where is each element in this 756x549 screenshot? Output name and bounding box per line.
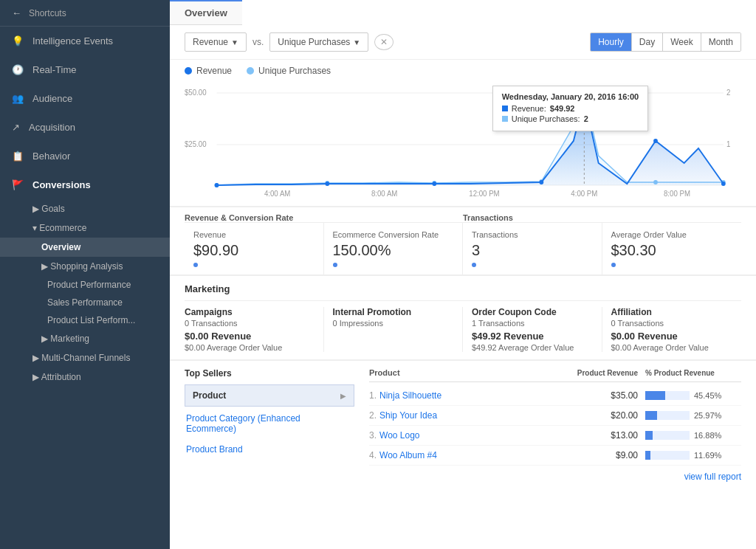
revenue-cell-2: $20.00 bbox=[571, 410, 645, 421]
audience-icon: 👥 bbox=[12, 93, 24, 104]
sidebar-sub-product-perf[interactable]: Product Performance bbox=[0, 276, 170, 294]
mkt-coupon-val1: $49.92 Revenue bbox=[472, 331, 593, 342]
stats-section-titles: Revenue & Conversion Rate Transactions bbox=[170, 206, 756, 222]
product-link-2[interactable]: Ship Your Idea bbox=[379, 410, 437, 421]
bar-fill-4 bbox=[645, 451, 650, 460]
chart-tooltip: Wednesday, January 20, 2016 16:00 Revenu… bbox=[492, 86, 648, 131]
mkt-coupon: Order Coupon Code 1 Transactions $49.92 … bbox=[463, 307, 602, 352]
pct-3: 16.88% bbox=[694, 431, 721, 440]
mkt-coupon-val2: $49.92 Average Order Value bbox=[472, 343, 593, 352]
shortcuts-item[interactable]: ← Shortcuts bbox=[0, 0, 170, 27]
svg-point-19 bbox=[539, 180, 543, 184]
mkt-affiliation-sub: 0 Transactions bbox=[611, 319, 733, 328]
sidebar-item-audience[interactable]: 👥 Audience bbox=[0, 84, 170, 113]
conversions-icon: 🚩 bbox=[12, 179, 24, 190]
mkt-campaigns-label: Campaigns bbox=[185, 307, 315, 317]
bar-cell-1: 45.45% bbox=[645, 391, 741, 400]
sidebar-sub-shopping[interactable]: ▶ Shopping Analysis bbox=[0, 257, 170, 276]
bar-cell-4: 11.69% bbox=[645, 451, 741, 460]
stat-conversion-dot bbox=[333, 263, 337, 267]
seller-link-category[interactable]: Product Category (Enhanced Ecommerce) bbox=[185, 408, 354, 439]
metric2-dropdown[interactable]: Unique Purchases ▼ bbox=[269, 32, 368, 52]
time-week-button[interactable]: Week bbox=[663, 33, 701, 51]
bar-bg-3 bbox=[645, 431, 690, 440]
sidebar: ← Shortcuts 💡 Intelligence Events 🕐 Real… bbox=[0, 0, 170, 549]
stat-avg-order: Average Order Value $30.30 bbox=[602, 223, 742, 274]
product-link-1[interactable]: Ninja Silhouette bbox=[379, 390, 441, 401]
sidebar-sub-multi[interactable]: ▶ Multi-Channel Funnels bbox=[0, 348, 170, 367]
controls-left: Revenue ▼ vs. Unique Purchases ▼ ✕ bbox=[185, 32, 394, 52]
seller-item-product[interactable]: Product ▶ bbox=[185, 384, 354, 407]
sidebar-item-conversions[interactable]: 🚩 Conversions bbox=[0, 170, 170, 199]
sidebar-sub-marketing[interactable]: ▶ Marketing bbox=[0, 329, 170, 348]
svg-text:$50.00: $50.00 bbox=[185, 89, 207, 97]
sidebar-item-realtime[interactable]: 🕐 Real-Time bbox=[0, 55, 170, 84]
revenue-dot bbox=[185, 67, 192, 75]
bottom-section: Top Sellers Product ▶ Product Category (… bbox=[170, 359, 756, 495]
sidebar-item-behavior[interactable]: 📋 Behavior bbox=[0, 142, 170, 170]
svg-point-16 bbox=[215, 183, 219, 187]
behavior-icon: 📋 bbox=[12, 151, 24, 162]
bar-fill-3 bbox=[645, 431, 653, 440]
sidebar-sub-ecommerce[interactable]: ▾ Ecommerce bbox=[0, 218, 170, 238]
stat-avg-label: Average Order Value bbox=[611, 230, 733, 239]
intelligence-icon: 💡 bbox=[12, 35, 24, 46]
sidebar-item-acquisition[interactable]: ↗ Acquisition bbox=[0, 113, 170, 142]
mkt-affiliation: Affiliation 0 Transactions $0.00 Revenue… bbox=[602, 307, 742, 352]
stat-revenue-value: $90.90 bbox=[193, 242, 315, 259]
bar-fill-1 bbox=[645, 391, 665, 400]
svg-text:4:00 PM: 4:00 PM bbox=[571, 190, 597, 198]
view-full-report[interactable]: view full report bbox=[369, 466, 741, 488]
table-row: 1.Ninja Silhouette $35.00 45.45% bbox=[369, 386, 741, 406]
chevron-down-icon: ▼ bbox=[231, 38, 238, 46]
clear-button[interactable]: ✕ bbox=[374, 34, 394, 50]
sidebar-sub-product-list[interactable]: Product List Perform... bbox=[0, 311, 170, 329]
sidebar-sub-goals[interactable]: ▶ Goals bbox=[0, 199, 170, 218]
bar-bg-2 bbox=[645, 411, 690, 420]
product-link-4[interactable]: Woo Album #4 bbox=[379, 450, 437, 460]
revenue-cell-4: $9.00 bbox=[571, 450, 645, 460]
top-sellers: Top Sellers Product ▶ Product Category (… bbox=[185, 368, 354, 488]
stat-transactions-label: Transactions bbox=[472, 230, 593, 239]
mkt-affiliation-val1: $0.00 Revenue bbox=[611, 331, 733, 342]
mkt-campaigns-val2: $0.00 Average Order Value bbox=[185, 343, 315, 352]
svg-point-22 bbox=[721, 182, 726, 186]
revenue-cell-1: $35.00 bbox=[571, 390, 645, 401]
pct-2: 25.97% bbox=[694, 411, 721, 420]
metric1-dropdown[interactable]: Revenue ▼ bbox=[185, 32, 247, 52]
legend-revenue: Revenue bbox=[185, 66, 232, 76]
svg-point-17 bbox=[325, 182, 329, 186]
time-hourly-button[interactable]: Hourly bbox=[591, 33, 632, 51]
table-row: 3.Woo Logo $13.00 16.88% bbox=[369, 426, 741, 446]
bar-cell-3: 16.88% bbox=[645, 431, 741, 440]
mkt-affiliation-val2: $0.00 Average Order Value bbox=[611, 343, 733, 352]
sidebar-sub-attribution[interactable]: ▶ Attribution bbox=[0, 367, 170, 387]
stat-revenue: Revenue $90.90 bbox=[185, 223, 324, 274]
mkt-campaigns: Campaigns 0 Transactions $0.00 Revenue $… bbox=[185, 307, 324, 352]
time-month-button[interactable]: Month bbox=[701, 33, 740, 51]
svg-text:12:00 PM: 12:00 PM bbox=[469, 190, 499, 198]
revenue-cell-3: $13.00 bbox=[571, 430, 645, 441]
tooltip-title: Wednesday, January 20, 2016 16:00 bbox=[502, 92, 639, 101]
mkt-internal-sub: 0 Impressions bbox=[333, 319, 454, 328]
transactions-title: Transactions bbox=[463, 213, 741, 222]
svg-text:$25.00: $25.00 bbox=[185, 140, 207, 148]
bar-cell-2: 25.97% bbox=[645, 411, 741, 420]
mkt-internal: Internal Promotion 0 Impressions bbox=[324, 307, 464, 352]
marketing-title: Marketing bbox=[185, 283, 741, 294]
tooltip-purchases-swatch bbox=[502, 116, 508, 122]
bar-bg-4 bbox=[645, 451, 690, 460]
seller-link-brand[interactable]: Product Brand bbox=[185, 439, 354, 460]
svg-point-18 bbox=[432, 182, 436, 186]
sidebar-item-intelligence[interactable]: 💡 Intelligence Events bbox=[0, 27, 170, 55]
pct-1: 45.45% bbox=[694, 391, 721, 400]
back-icon: ← bbox=[12, 7, 21, 18]
table-row: 2.Ship Your Idea $20.00 25.97% bbox=[369, 406, 741, 426]
overview-tab[interactable]: Overview bbox=[170, 0, 242, 25]
sidebar-sub-sales-perf[interactable]: Sales Performance bbox=[0, 294, 170, 311]
svg-text:8:00 PM: 8:00 PM bbox=[664, 190, 690, 198]
stat-transactions-dot bbox=[472, 263, 476, 267]
product-link-3[interactable]: Woo Logo bbox=[379, 430, 420, 441]
time-day-button[interactable]: Day bbox=[632, 33, 663, 51]
sidebar-sub-overview[interactable]: Overview bbox=[0, 238, 170, 257]
